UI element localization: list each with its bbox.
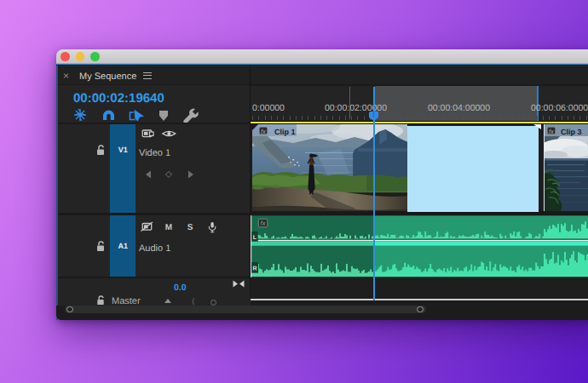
svg-text:M: M xyxy=(165,222,172,232)
svg-text:R: R xyxy=(253,265,257,271)
svg-text:L: L xyxy=(253,234,257,240)
svg-text:S: S xyxy=(187,222,193,232)
svg-text:fx: fx xyxy=(261,220,266,227)
